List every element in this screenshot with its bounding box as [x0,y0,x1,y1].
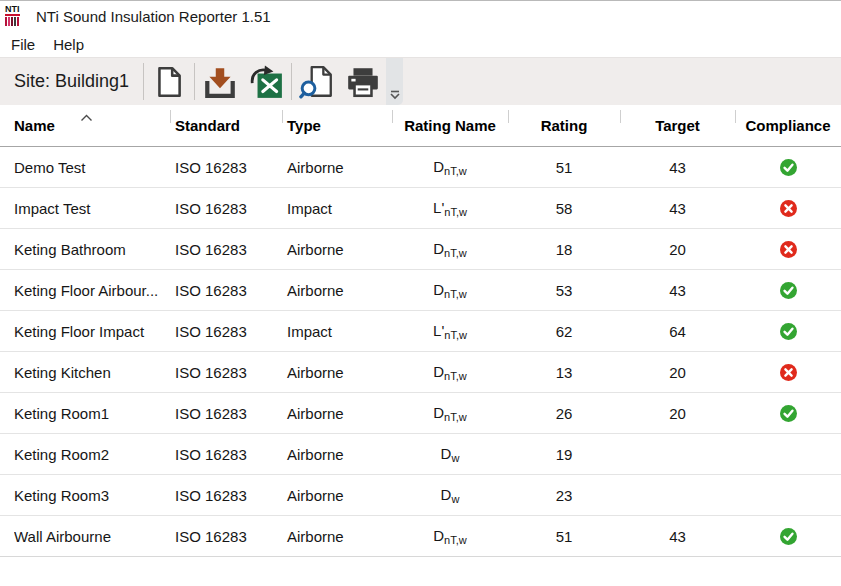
cell-name: Wall Airbourne [14,528,170,545]
cell-standard: ISO 16283 [170,487,282,504]
column-header-rating[interactable]: Rating [508,105,620,146]
column-header-type[interactable]: Type [282,105,392,146]
table-row[interactable]: Keting Kitchen ISO 16283 Airborne DnT,w … [0,352,841,393]
menu-bar: File Help [0,31,841,57]
window-title: NTi Sound Insulation Reporter 1.51 [36,8,271,25]
table-row[interactable]: Keting Floor Airbour... ISO 16283 Airbor… [0,270,841,311]
column-header-standard[interactable]: Standard [170,105,282,146]
column-header-label: Rating Name [404,117,496,134]
cell-rating-name: DnT,w [392,404,508,423]
cell-rating-name: L'nT,w [392,322,508,341]
cell-target: 43 [620,282,735,299]
cell-type: Impact [282,200,392,217]
cell-name: Keting Room1 [14,405,170,422]
cell-type: Airborne [282,487,392,504]
table-row[interactable]: Keting Room3 ISO 16283 Airborne Dw 23 [0,475,841,516]
table-row[interactable]: Impact Test ISO 16283 Impact L'nT,w 58 4… [0,188,841,229]
table-row[interactable]: Demo Test ISO 16283 Airborne DnT,w 51 43 [0,147,841,188]
cell-target: 20 [620,241,735,258]
cell-rating-name: DnT,w [392,527,508,546]
table-header-row: Name Standard Type Rating Name Rating Ta… [0,105,841,147]
column-divider [392,110,393,123]
column-header-label: Target [655,117,700,134]
compliance-status [735,240,841,259]
table-row[interactable]: Keting Room2 ISO 16283 Airborne Dw 19 [0,434,841,475]
compliance-pass-icon [780,282,797,299]
compliance-status [735,199,841,218]
import-icon [202,65,238,99]
column-header-target[interactable]: Target [620,105,735,146]
cell-standard: ISO 16283 [170,528,282,545]
toolbar-overflow-button[interactable] [386,58,403,105]
column-header-compliance[interactable]: Compliance [735,105,841,146]
site-label: Site: Building1 [0,58,141,105]
cell-rating: 58 [508,200,620,217]
compliance-fail-icon [780,364,797,381]
cell-name: Impact Test [14,200,170,217]
cell-rating: 53 [508,282,620,299]
cell-rating-name: Dw [392,445,508,464]
cell-standard: ISO 16283 [170,200,282,217]
cell-standard: ISO 16283 [170,364,282,381]
cell-type: Airborne [282,241,392,258]
cell-rating: 23 [508,487,620,504]
cell-type: Impact [282,323,392,340]
cell-type: Airborne [282,364,392,381]
column-divider [620,110,621,123]
cell-target: 64 [620,323,735,340]
window-titlebar: NTI NTi Sound Insulation Reporter 1.51 [0,1,841,31]
cell-type: Airborne [282,282,392,299]
compliance-pass-icon [780,159,797,176]
import-button[interactable] [197,58,243,105]
app-logo-icon: NTI [5,5,29,27]
toolbar: Site: Building1 [0,57,841,105]
preview-icon [299,65,335,99]
results-table: Name Standard Type Rating Name Rating Ta… [0,105,841,557]
cell-type: Airborne [282,159,392,176]
column-header-name[interactable]: Name [14,105,170,146]
print-button[interactable] [340,58,386,105]
table-row[interactable]: Keting Bathroom ISO 16283 Airborne DnT,w… [0,229,841,270]
cell-name: Keting Floor Impact [14,323,170,340]
cell-standard: ISO 16283 [170,405,282,422]
export-excel-icon [248,65,284,99]
toolbar-separator [291,63,292,100]
cell-rating-name: DnT,w [392,240,508,259]
column-header-rating-name[interactable]: Rating Name [392,105,508,146]
export-excel-button[interactable] [243,58,289,105]
preview-button[interactable] [294,58,340,105]
cell-standard: ISO 16283 [170,241,282,258]
compliance-status [735,322,841,341]
print-icon [345,65,381,99]
cell-name: Keting Room3 [14,487,170,504]
column-header-label: Compliance [745,117,830,134]
menu-file[interactable]: File [2,33,44,56]
app-logo-bars [5,17,20,26]
table-row[interactable]: Wall Airbourne ISO 16283 Airborne DnT,w … [0,516,841,557]
cell-rating-name: L'nT,w [392,199,508,218]
column-header-label: Rating [541,117,588,134]
cell-type: Airborne [282,446,392,463]
table-body: Demo Test ISO 16283 Airborne DnT,w 51 43… [0,147,841,557]
cell-rating: 51 [508,528,620,545]
cell-rating-name: Dw [392,486,508,505]
compliance-status [735,404,841,423]
sort-ascending-icon [80,108,93,125]
column-divider [735,110,736,123]
table-row[interactable]: Keting Floor Impact ISO 16283 Impact L'n… [0,311,841,352]
cell-standard: ISO 16283 [170,282,282,299]
column-header-label: Name [14,117,55,134]
cell-rating-name: DnT,w [392,363,508,382]
compliance-status [735,281,841,300]
cell-standard: ISO 16283 [170,159,282,176]
cell-rating: 19 [508,446,620,463]
menu-help[interactable]: Help [44,33,93,56]
compliance-pass-icon [780,405,797,422]
new-report-button[interactable] [146,58,192,105]
table-row[interactable]: Keting Room1 ISO 16283 Airborne DnT,w 26… [0,393,841,434]
cell-standard: ISO 16283 [170,323,282,340]
cell-type: Airborne [282,405,392,422]
cell-target: 20 [620,405,735,422]
cell-name: Keting Room2 [14,446,170,463]
cell-name: Keting Bathroom [14,241,170,258]
